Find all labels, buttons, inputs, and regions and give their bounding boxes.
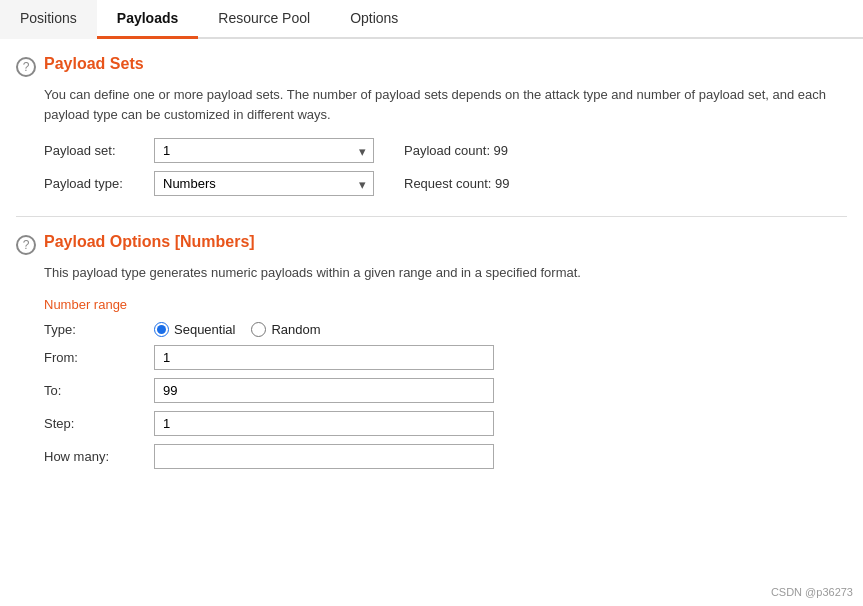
from-row: From:: [44, 345, 847, 370]
payload-type-select-wrapper: Numbers Simple list Runtime file Custom …: [154, 171, 374, 196]
payload-set-select-wrapper: 1 2 3: [154, 138, 374, 163]
radio-group: Sequential Random: [154, 322, 321, 337]
payload-type-select[interactable]: Numbers Simple list Runtime file Custom …: [154, 171, 374, 196]
request-count-text: Request count: 99: [404, 176, 510, 191]
tab-positions[interactable]: Positions: [0, 0, 97, 39]
tab-bar: Positions Payloads Resource Pool Options: [0, 0, 863, 39]
payload-options-help-icon[interactable]: ?: [16, 235, 36, 255]
tab-options[interactable]: Options: [330, 0, 418, 39]
step-label: Step:: [44, 416, 154, 431]
sequential-radio[interactable]: [154, 322, 169, 337]
number-range-label: Number range: [44, 297, 847, 312]
section-divider: [16, 216, 847, 217]
to-row: To:: [44, 378, 847, 403]
payload-sets-description: You can define one or more payload sets.…: [44, 85, 847, 124]
random-radio-label[interactable]: Random: [251, 322, 320, 337]
payload-sets-section: ? Payload Sets You can define one or mor…: [16, 55, 847, 196]
payload-options-section: ? Payload Options [Numbers] This payload…: [16, 233, 847, 469]
tab-resource-pool[interactable]: Resource Pool: [198, 0, 330, 39]
payload-count-text: Payload count: 99: [404, 143, 508, 158]
payload-set-label: Payload set:: [44, 143, 154, 158]
payload-options-form: Type: Sequential Random From:: [44, 322, 847, 469]
payload-type-row: Payload type: Numbers Simple list Runtim…: [44, 171, 847, 196]
payload-set-select[interactable]: 1 2 3: [154, 138, 374, 163]
from-input[interactable]: [154, 345, 494, 370]
random-radio[interactable]: [251, 322, 266, 337]
tab-payloads[interactable]: Payloads: [97, 0, 198, 39]
how-many-input[interactable]: [154, 444, 494, 469]
how-many-row: How many:: [44, 444, 847, 469]
from-label: From:: [44, 350, 154, 365]
payload-options-title: Payload Options [Numbers]: [44, 233, 255, 251]
type-label: Type:: [44, 322, 154, 337]
payload-sets-help-icon[interactable]: ?: [16, 57, 36, 77]
payload-sets-form: Payload set: 1 2 3 Payload count: 99 Pay…: [44, 138, 847, 196]
to-label: To:: [44, 383, 154, 398]
payload-sets-header: ? Payload Sets: [16, 55, 847, 77]
payload-sets-title: Payload Sets: [44, 55, 144, 73]
sequential-radio-label[interactable]: Sequential: [154, 322, 235, 337]
to-input[interactable]: [154, 378, 494, 403]
random-label: Random: [271, 322, 320, 337]
main-content: ? Payload Sets You can define one or mor…: [0, 39, 863, 505]
payload-options-description: This payload type generates numeric payl…: [44, 263, 847, 283]
how-many-label: How many:: [44, 449, 154, 464]
type-row: Type: Sequential Random: [44, 322, 847, 337]
sequential-label: Sequential: [174, 322, 235, 337]
payload-set-row: Payload set: 1 2 3 Payload count: 99: [44, 138, 847, 163]
payload-options-header: ? Payload Options [Numbers]: [16, 233, 847, 255]
payload-type-label: Payload type:: [44, 176, 154, 191]
step-row: Step:: [44, 411, 847, 436]
watermark: CSDN @p36273: [771, 586, 853, 598]
step-input[interactable]: [154, 411, 494, 436]
